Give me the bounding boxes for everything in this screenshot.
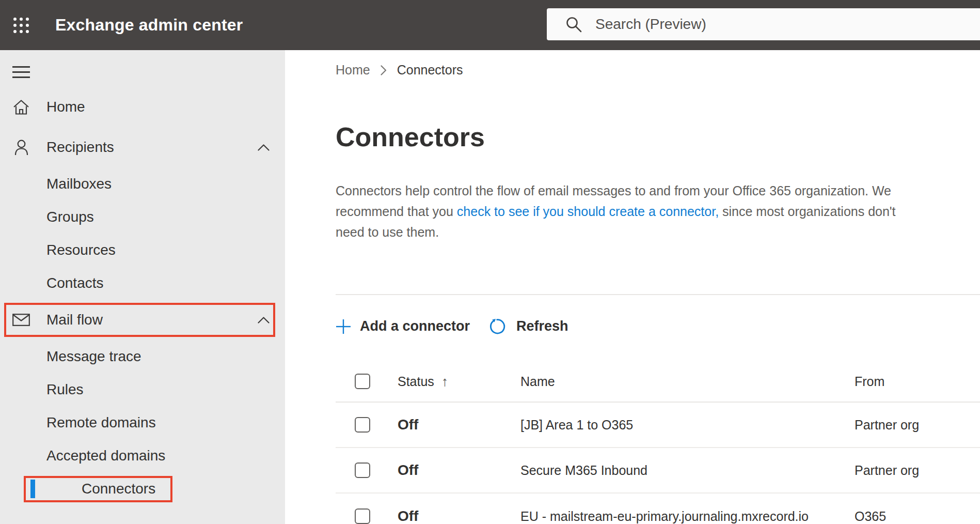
- app-title: Exchange admin center: [55, 16, 243, 35]
- sort-ascending-arrow-icon: ↑: [441, 374, 448, 390]
- sidebar-item-label: Mailboxes: [46, 176, 112, 192]
- connector-from: O365: [855, 509, 980, 524]
- search-placeholder: Search (Preview): [595, 16, 706, 33]
- sidebar-item-label: Message trace: [46, 348, 141, 365]
- annotation-highlight-connectors: Connectors: [24, 476, 172, 502]
- connector-status: Off: [398, 508, 520, 524]
- refresh-icon: [488, 317, 508, 336]
- mail-icon: [12, 314, 30, 326]
- sidebar-item-label: Contacts: [46, 275, 104, 291]
- search-input[interactable]: Search (Preview): [547, 8, 980, 40]
- table-row[interactable]: Off [JB] Area 1 to O365 Partner org: [336, 403, 980, 448]
- toolbar: Add a connector Refresh: [336, 317, 980, 336]
- sidebar-item-contacts[interactable]: Contacts: [0, 267, 285, 300]
- sidebar-item-home[interactable]: Home: [0, 87, 285, 127]
- nav-collapse-hamburger-icon[interactable]: [12, 66, 30, 78]
- plus-icon: [336, 319, 351, 334]
- sidebar-item-label: Mail flow: [46, 312, 103, 328]
- chevron-up-icon[interactable]: [258, 317, 270, 323]
- description-line: need to use them.: [336, 222, 980, 242]
- connector-name[interactable]: [JB] Area 1 to O365: [520, 418, 855, 433]
- breadcrumb-current: Connectors: [397, 63, 463, 78]
- sidebar-item-mailboxes[interactable]: Mailboxes: [0, 167, 285, 201]
- page-description: Connectors help control the flow of emai…: [336, 180, 980, 242]
- chevron-up-icon[interactable]: [258, 144, 270, 151]
- sidebar-item-label: Home: [46, 99, 85, 115]
- sidebar-item-mail-flow[interactable]: Mail flow: [4, 303, 275, 337]
- app-launcher-waffle-icon[interactable]: [12, 16, 30, 35]
- connector-from: Partner org: [855, 463, 980, 478]
- refresh-label: Refresh: [516, 318, 568, 334]
- select-all-checkbox[interactable]: [355, 374, 370, 389]
- table-header-row: Status ↑ Name From: [336, 361, 980, 403]
- table-row[interactable]: Off Secure M365 Inbound Partner org: [336, 448, 980, 494]
- column-header-label: Status: [398, 374, 434, 389]
- selected-indicator: [30, 480, 35, 498]
- breadcrumb-home-link[interactable]: Home: [336, 63, 370, 78]
- connectors-table: Status ↑ Name From Off [JB] Area 1 to O3…: [336, 361, 980, 524]
- description-line: Connectors help control the flow of emai…: [336, 180, 980, 201]
- add-connector-button[interactable]: Add a connector: [336, 318, 470, 334]
- nav-list: Home Recipients Mailboxes Groups Reso: [0, 87, 285, 505]
- connector-status: Off: [398, 462, 520, 479]
- column-header-from[interactable]: From: [855, 374, 980, 389]
- row-checkbox[interactable]: [355, 508, 370, 524]
- person-icon: [12, 140, 30, 156]
- description-line: recommend that you check to see if you s…: [336, 201, 980, 222]
- column-header-label: Name: [520, 374, 555, 389]
- sidebar-item-label: Recipients: [46, 139, 114, 156]
- sidebar-item-label: Remote domains: [46, 414, 156, 431]
- description-text: since most organizations don't: [719, 204, 895, 219]
- breadcrumb-chevron-right-icon: [381, 65, 387, 75]
- connector-name[interactable]: EU - mailstream-eu-primary.journaling.mx…: [520, 509, 855, 524]
- column-header-status[interactable]: Status ↑: [398, 374, 520, 390]
- sidebar-item-label: Rules: [46, 381, 84, 398]
- sidebar-item-accepted-domains[interactable]: Accepted domains: [0, 439, 285, 472]
- sidebar-item-resources[interactable]: Resources: [0, 234, 285, 267]
- add-connector-label: Add a connector: [360, 318, 470, 334]
- sidebar-item-groups[interactable]: Groups: [0, 201, 285, 234]
- sidebar-item-rules[interactable]: Rules: [0, 373, 285, 406]
- refresh-button[interactable]: Refresh: [488, 317, 568, 336]
- table-row[interactable]: Off EU - mailstream-eu-primary.journalin…: [336, 494, 980, 524]
- column-header-name[interactable]: Name: [520, 374, 855, 389]
- sidebar-item-connectors[interactable]: Connectors: [0, 472, 285, 505]
- sidebar-item-remote-domains[interactable]: Remote domains: [0, 406, 285, 439]
- sidebar-item-label: Resources: [46, 242, 116, 258]
- description-text: recommend that you: [336, 204, 457, 219]
- create-connector-check-link[interactable]: check to see if you should create a conn…: [457, 204, 719, 219]
- sidebar-item-message-trace[interactable]: Message trace: [0, 340, 285, 373]
- column-header-label: From: [855, 374, 884, 389]
- home-icon: [12, 99, 30, 115]
- connector-name[interactable]: Secure M365 Inbound: [520, 463, 855, 478]
- connector-from: Partner org: [855, 418, 980, 433]
- row-checkbox[interactable]: [355, 463, 370, 478]
- sidebar-item-label: Connectors: [82, 481, 155, 497]
- toolbar-divider: [336, 294, 980, 295]
- connector-status: Off: [398, 417, 520, 433]
- row-checkbox[interactable]: [355, 417, 370, 433]
- sidebar-item-label: Groups: [46, 209, 94, 225]
- breadcrumb: Home Connectors: [336, 63, 980, 78]
- search-icon: [565, 16, 582, 33]
- sidebar-item-label: Accepted domains: [46, 448, 165, 464]
- sidebar-nav: Home Recipients Mailboxes Groups Reso: [0, 50, 285, 524]
- main-content: Home Connectors Connectors Connectors he…: [285, 50, 980, 524]
- sidebar-item-recipients[interactable]: Recipients: [0, 127, 285, 167]
- topbar: Exchange admin center Search (Preview): [0, 0, 980, 50]
- page-title: Connectors: [336, 121, 980, 153]
